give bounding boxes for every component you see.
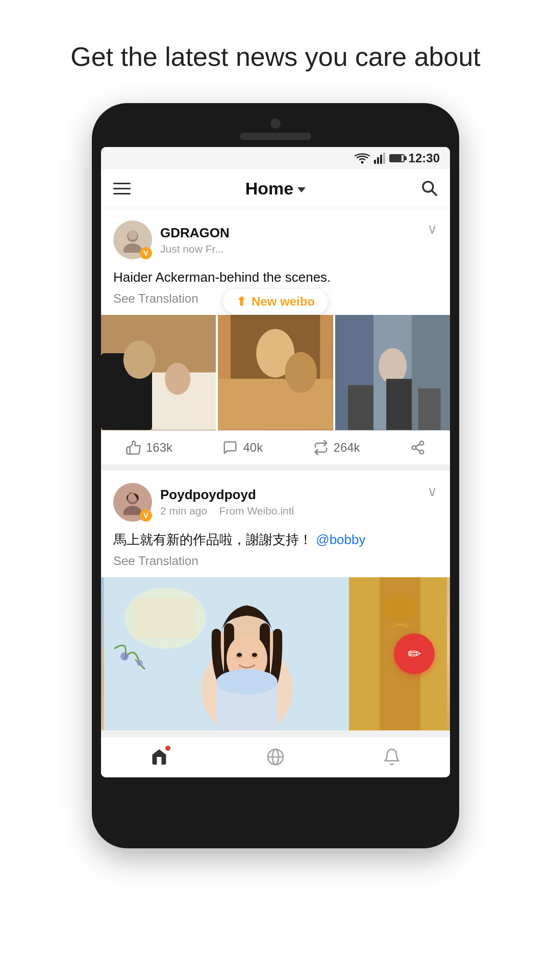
post-header: V Poydpoydpoyd 2 min ago From Weibo.intl bbox=[113, 483, 438, 522]
avatar-wrapper: V bbox=[113, 220, 152, 259]
photo-thumb-1[interactable] bbox=[101, 315, 216, 430]
svg-point-55 bbox=[385, 593, 415, 623]
svg-rect-4 bbox=[383, 153, 385, 164]
svg-point-53 bbox=[120, 652, 129, 660]
edit-icon: ✏ bbox=[408, 644, 421, 664]
svg-rect-2 bbox=[377, 157, 379, 164]
svg-point-0 bbox=[361, 161, 363, 164]
repost-icon bbox=[313, 440, 329, 455]
like-count: 163k bbox=[146, 440, 172, 455]
svg-rect-25 bbox=[348, 385, 373, 430]
svg-point-54 bbox=[137, 660, 143, 666]
post-meta: 2 min ago From Weibo.intl bbox=[160, 505, 294, 517]
svg-rect-41 bbox=[135, 598, 196, 639]
post-text: Haider Ackerman-behind the scenes. bbox=[113, 267, 438, 287]
nav-notifications-button[interactable] bbox=[383, 748, 401, 766]
nav-home-button[interactable] bbox=[150, 748, 168, 766]
feed-container: ⬆ New weibo bbox=[101, 208, 450, 777]
new-weibo-pill[interactable]: ⬆ New weibo bbox=[222, 289, 329, 314]
chevron-down-icon bbox=[297, 187, 306, 192]
hamburger-menu-button[interactable] bbox=[113, 183, 131, 194]
svg-rect-1 bbox=[374, 160, 376, 164]
svg-point-28 bbox=[420, 441, 424, 445]
status-time: 12:30 bbox=[409, 151, 440, 165]
svg-line-32 bbox=[416, 444, 420, 447]
post-header: V GDRAGON Just now Fr... ∨ bbox=[113, 220, 438, 259]
page-headline: Get the latest news you care about bbox=[40, 0, 511, 103]
svg-rect-18 bbox=[218, 379, 333, 430]
see-translation-button[interactable]: See Translation bbox=[113, 554, 438, 568]
compose-fab-button[interactable]: ✏ bbox=[394, 633, 435, 674]
signal-icon bbox=[374, 153, 385, 164]
post-user: V Poydpoydpoyd 2 min ago From Weibo.intl bbox=[113, 483, 294, 522]
app-header: Home bbox=[101, 169, 450, 208]
mention[interactable]: @bobby bbox=[316, 532, 365, 547]
bottom-nav bbox=[101, 737, 450, 777]
svg-point-29 bbox=[412, 446, 416, 450]
battery-icon bbox=[389, 154, 405, 162]
chevron-up-icon: ⬆ bbox=[236, 295, 246, 309]
avatar-wrapper: V bbox=[113, 483, 152, 522]
share-icon bbox=[410, 440, 425, 455]
post-user-info: Poydpoydpoyd 2 min ago From Weibo.intl bbox=[160, 487, 294, 517]
svg-point-30 bbox=[420, 450, 424, 454]
post-options-chevron[interactable]: ∨ bbox=[427, 483, 438, 500]
post-username: Poydpoydpoyd bbox=[160, 487, 294, 503]
svg-point-14 bbox=[165, 363, 190, 395]
home-icon bbox=[150, 748, 168, 766]
post-card: V Poydpoydpoyd 2 min ago From Weibo.intl bbox=[101, 471, 450, 730]
phone-frame: 12:30 Home ⬆ bbox=[92, 103, 459, 848]
search-button[interactable] bbox=[420, 179, 438, 199]
svg-point-52 bbox=[216, 669, 278, 695]
verified-badge: V bbox=[140, 247, 152, 259]
share-action[interactable] bbox=[410, 440, 425, 455]
repost-count: 264k bbox=[334, 440, 360, 455]
svg-point-19 bbox=[285, 352, 317, 393]
post-user-info: GDRAGON Just now Fr... bbox=[160, 225, 230, 255]
header-title[interactable]: Home bbox=[245, 179, 306, 199]
svg-line-6 bbox=[432, 191, 437, 195]
post-user: V GDRAGON Just now Fr... bbox=[113, 220, 230, 259]
svg-line-31 bbox=[416, 449, 420, 451]
status-bar: 12:30 bbox=[101, 147, 450, 169]
post-actions: 163k 40k bbox=[113, 430, 438, 464]
post-username: GDRAGON bbox=[160, 225, 230, 241]
phone-screen: 12:30 Home ⬆ bbox=[101, 147, 450, 777]
svg-rect-3 bbox=[380, 155, 382, 164]
post-options-chevron[interactable]: ∨ bbox=[427, 220, 438, 237]
comment-count: 40k bbox=[243, 440, 263, 455]
post-meta: Just now Fr... bbox=[160, 243, 230, 255]
verified-badge: V bbox=[140, 509, 152, 522]
post-text: 馬上就有新的作品啦，謝謝支持！ @bobby bbox=[113, 530, 438, 550]
discover-icon bbox=[266, 748, 285, 766]
photo-thumb-3[interactable] bbox=[335, 315, 450, 430]
wifi-icon bbox=[355, 153, 370, 164]
bell-icon bbox=[383, 748, 401, 766]
repost-action[interactable]: 264k bbox=[313, 440, 360, 455]
search-icon bbox=[420, 179, 438, 197]
svg-rect-27 bbox=[418, 388, 440, 430]
nav-discover-button[interactable] bbox=[266, 748, 285, 766]
photo-grid bbox=[101, 315, 450, 430]
svg-point-8 bbox=[123, 243, 142, 253]
phone-speaker bbox=[240, 133, 311, 140]
svg-point-50 bbox=[252, 653, 257, 657]
home-notification-dot bbox=[165, 746, 170, 751]
svg-point-12 bbox=[123, 340, 156, 379]
comment-icon bbox=[222, 440, 238, 455]
status-icons: 12:30 bbox=[355, 151, 440, 165]
photo-thumb-2[interactable] bbox=[218, 315, 333, 430]
post-card: V GDRAGON Just now Fr... ∨ Haider Ackerm… bbox=[101, 208, 450, 464]
like-action[interactable]: 163k bbox=[126, 440, 172, 455]
svg-rect-26 bbox=[386, 379, 412, 430]
phone-top bbox=[101, 118, 450, 140]
comment-action[interactable]: 40k bbox=[222, 440, 263, 455]
svg-point-34 bbox=[123, 506, 142, 515]
svg-point-49 bbox=[237, 653, 242, 657]
svg-point-24 bbox=[379, 348, 407, 384]
like-icon bbox=[126, 440, 141, 455]
phone-camera bbox=[270, 118, 281, 129]
svg-point-9 bbox=[128, 231, 137, 240]
